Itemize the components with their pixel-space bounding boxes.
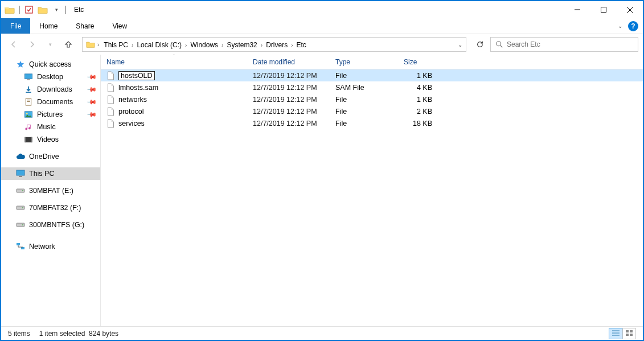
rename-input[interactable]: hostsOLD: [118, 71, 155, 80]
chevron-right-icon[interactable]: ›: [96, 42, 100, 48]
column-size[interactable]: Size: [398, 55, 438, 69]
file-icon: [106, 95, 115, 104]
svg-line-6: [501, 46, 503, 48]
svg-rect-15: [24, 137, 32, 142]
sidebar-item-documents[interactable]: Documents📌: [1, 96, 100, 108]
qat-dropdown-icon[interactable]: ▾: [50, 3, 63, 16]
svg-rect-34: [630, 334, 633, 336]
sidebar-onedrive[interactable]: OneDrive: [1, 150, 100, 163]
sidebar-item-label: Documents: [37, 98, 73, 106]
tab-share[interactable]: Share: [67, 18, 103, 34]
breadcrumb-segment[interactable]: This PC: [101, 40, 130, 50]
column-label: Name: [106, 58, 125, 66]
drive-icon: [16, 204, 25, 212]
search-input[interactable]: [507, 40, 633, 48]
file-size: 1 KB: [398, 72, 438, 80]
breadcrumb-segment[interactable]: System32: [224, 40, 259, 50]
breadcrumb-segment[interactable]: Drivers: [264, 40, 290, 50]
sidebar-item-label: Desktop: [37, 73, 63, 81]
svg-point-23: [22, 207, 23, 208]
file-type: File: [330, 120, 398, 128]
up-button[interactable]: [60, 36, 76, 52]
file-list[interactable]: hostsOLD12/7/2019 12:12 PMFile1 KBlmhost…: [101, 69, 643, 326]
address-bar[interactable]: › This PC›Local Disk (C:)›Windows›System…: [82, 37, 466, 52]
sidebar-item-desktop[interactable]: Desktop📌: [1, 71, 100, 83]
sidebar-item-downloads[interactable]: Downloads📌: [1, 83, 100, 96]
file-row[interactable]: hostsOLD12/7/2019 12:12 PMFile1 KB: [101, 69, 643, 81]
breadcrumb-segment[interactable]: Etc: [294, 40, 308, 50]
column-name[interactable]: Name ˄: [101, 55, 247, 69]
properties-icon[interactable]: [23, 3, 35, 16]
file-date: 12/7/2019 12:12 PM: [247, 96, 330, 104]
folder-icon-2[interactable]: [36, 3, 49, 16]
expand-ribbon-icon[interactable]: ⌄: [618, 23, 622, 29]
sidebar-item-videos[interactable]: Videos: [1, 133, 100, 146]
folder-icon[interactable]: [3, 3, 16, 16]
sidebar-item-label: Music: [37, 123, 56, 131]
breadcrumb-segment[interactable]: Local Disk (C:): [134, 40, 184, 50]
refresh-button[interactable]: [472, 36, 488, 52]
drive-icon: [16, 187, 25, 195]
main-area: Quick access Desktop📌Downloads📌Documents…: [1, 55, 643, 326]
file-row[interactable]: services12/7/2019 12:12 PMFile18 KB: [101, 117, 643, 129]
documents-icon: [24, 98, 33, 106]
file-row[interactable]: networks12/7/2019 12:12 PMFile1 KB: [101, 93, 643, 105]
sidebar-item-label: Pictures: [37, 110, 63, 118]
navigation-pane: Quick access Desktop📌Downloads📌Documents…: [1, 55, 101, 326]
sidebar-network[interactable]: Network: [1, 240, 100, 253]
sidebar-item-pictures[interactable]: Pictures📌: [1, 108, 100, 121]
file-icon: [106, 107, 115, 116]
file-date: 12/7/2019 12:12 PM: [247, 84, 330, 92]
address-dropdown-icon[interactable]: ⌄: [458, 42, 462, 48]
ribbon-tabs: File Home Share View ⌄ ?: [1, 18, 643, 34]
svg-rect-8: [27, 79, 30, 80]
sidebar-label: This PC: [29, 170, 54, 178]
file-row[interactable]: lmhosts.sam12/7/2019 12:12 PMSAM File4 K…: [101, 81, 643, 93]
breadcrumb-segment[interactable]: Windows: [188, 40, 220, 50]
help-icon[interactable]: ?: [628, 21, 638, 31]
details-view-button[interactable]: [609, 328, 622, 339]
file-icon: [106, 119, 115, 128]
content-pane: Name ˄ Date modified Type Size hostsOLD1…: [101, 55, 643, 326]
tab-home[interactable]: Home: [30, 18, 67, 34]
svg-rect-2: [601, 7, 606, 13]
sidebar-label: Network: [29, 243, 55, 250]
window-controls: [564, 1, 643, 18]
network-icon: [16, 243, 25, 250]
svg-rect-7: [24, 74, 32, 79]
sidebar-drive[interactable]: 300MBNTFS (G:): [1, 219, 100, 231]
sidebar-item-music[interactable]: Music: [1, 121, 100, 133]
sidebar-item-label: Videos: [37, 135, 59, 143]
column-type[interactable]: Type: [330, 55, 398, 69]
minimize-button[interactable]: [564, 1, 590, 18]
tab-view[interactable]: View: [103, 18, 136, 34]
qat-separator-2: |: [64, 3, 67, 16]
file-type: File: [330, 108, 398, 116]
title-bar: | ▾ | Etc: [1, 1, 643, 18]
file-tab[interactable]: File: [1, 18, 30, 34]
thumbnails-view-button[interactable]: [622, 328, 636, 339]
close-button[interactable]: [617, 1, 643, 18]
sort-ascending-icon: ˄: [173, 55, 175, 59]
qat-separator: |: [17, 3, 22, 16]
search-box[interactable]: [490, 37, 638, 52]
sidebar-this-pc[interactable]: This PC: [1, 167, 100, 180]
file-icon: [106, 83, 115, 92]
column-date[interactable]: Date modified: [247, 55, 330, 69]
svg-rect-0: [26, 6, 32, 13]
maximize-button[interactable]: [590, 1, 617, 18]
sidebar-item-label: 70MBFAT32 (F:): [29, 204, 81, 212]
file-row[interactable]: protocol12/7/2019 12:12 PMFile2 KB: [101, 105, 643, 117]
recent-dropdown-icon[interactable]: ▾: [42, 36, 58, 52]
file-size: 4 KB: [398, 84, 438, 92]
svg-rect-32: [630, 330, 633, 332]
forward-button[interactable]: [24, 36, 40, 52]
sidebar-drive[interactable]: 30MBFAT (E:): [1, 184, 100, 197]
sidebar-drive[interactable]: 70MBFAT32 (F:): [1, 202, 100, 214]
file-name: services: [118, 120, 145, 128]
svg-point-21: [22, 190, 23, 191]
svg-point-5: [497, 42, 501, 46]
sidebar-quick-access[interactable]: Quick access: [1, 58, 100, 71]
svg-rect-19: [19, 176, 22, 177]
back-button[interactable]: [6, 36, 22, 52]
